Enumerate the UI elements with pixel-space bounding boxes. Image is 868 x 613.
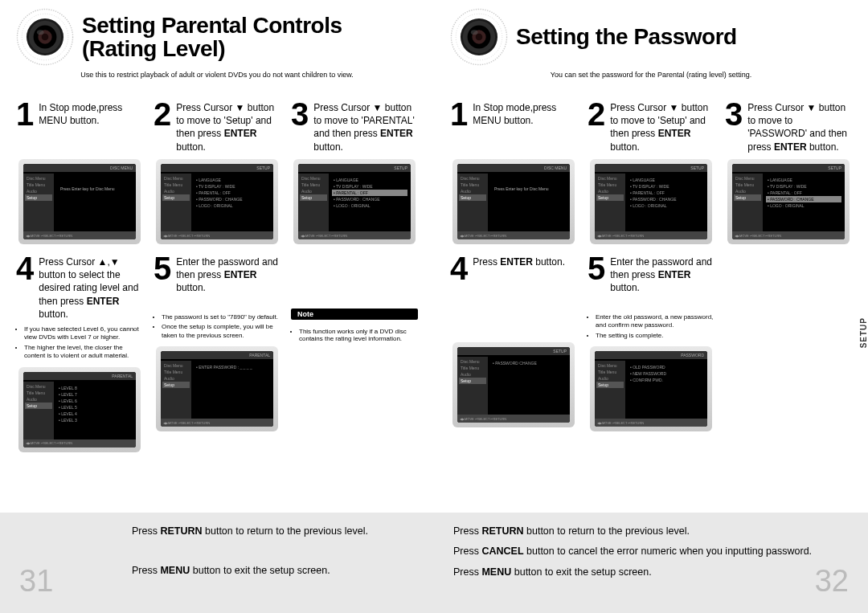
step-number: 4: [450, 252, 468, 284]
step-text: Press Cursor ▼ button to move to 'Setup'…: [176, 98, 280, 153]
step-number: 1: [450, 98, 468, 130]
step-text: In Stop mode,press MENU button.: [473, 98, 577, 127]
tv-screen: DISC MENUDisc MenuTitle MenuAudioSetupPr…: [452, 159, 575, 244]
step-2-right: 2 Press Cursor ▼ button to move to 'Setu…: [588, 98, 714, 244]
step-number: 4: [16, 252, 34, 284]
page-left: Setting Parental Controls (Rating Level)…: [0, 0, 434, 452]
side-tab: SETUP: [859, 317, 868, 348]
page-title-right: Setting the Password: [516, 25, 737, 48]
step-5-right: 5 Enter the password and then press ENTE…: [588, 252, 714, 431]
step-1-right: 1 In Stop mode,press MENU button. DISC M…: [450, 98, 577, 244]
step-number: 2: [588, 98, 605, 130]
tv-screen: SETUPDisc MenuTitle MenuAudioSetup• LANG…: [590, 159, 712, 244]
speaker-icon: [450, 8, 508, 66]
footer-menu: Press MENU button to exit the setup scre…: [132, 563, 415, 578]
subtitle-right: You can set the password for the Parenta…: [450, 71, 852, 79]
step-4-left: 4 Press Cursor ▲,▼ button to select the …: [16, 252, 143, 452]
step-notes: If you have selected Level 6, you cannot…: [16, 325, 143, 362]
footer-return: Press RETURN button to return to the pre…: [132, 524, 415, 539]
step-4-right: 4 Press ENTER button. SETUPDisc MenuTitl…: [450, 252, 577, 431]
step-3-left: 3 Press Cursor ▼ button to move to 'PARE…: [291, 98, 418, 244]
tv-screen: SETUPDisc MenuTitle MenuAudioSetup• PASS…: [452, 342, 575, 427]
subtitle-left: Use this to restrict playback of adult o…: [16, 71, 418, 79]
note-block: Note This function works only if a DVD d…: [291, 252, 418, 452]
footer-menu: Press MENU button to exit the setup scre…: [453, 565, 849, 580]
page-title-left: Setting Parental Controls (Rating Level): [82, 14, 418, 61]
footer-return: Press RETURN button to return to the pre…: [453, 524, 849, 539]
step-3-right: 3 Press Cursor ▼ button to move to 'PASS…: [725, 98, 852, 244]
footer-cancel: Press CANCEL button to cancel the error …: [453, 544, 849, 559]
note-label: Note: [291, 309, 418, 320]
step-2-left: 2 Press Cursor ▼ button to move to 'Setu…: [154, 98, 280, 244]
footer-right: Press RETURN button to return to the pre…: [434, 513, 868, 613]
step-number: 5: [588, 252, 605, 284]
tv-screen: PARENTALDisc MenuTitle MenuAudioSetup• E…: [156, 346, 278, 431]
step-text: Press Cursor ▼ button to move to 'PARENT…: [313, 98, 418, 153]
step-text: Press Cursor ▼ button to move to 'Setup'…: [610, 98, 714, 153]
step-text: Enter the password and then press ENTER …: [610, 252, 714, 295]
step-text: Press Cursor ▼ button to move to 'PASSWO…: [747, 98, 852, 153]
step-text: In Stop mode,press MENU button.: [39, 98, 143, 127]
page-right: Setting the Password You can set the pas…: [434, 0, 868, 452]
page-number: 31: [19, 558, 53, 605]
page-number: 32: [815, 558, 849, 605]
step-text: Press ENTER button.: [473, 252, 565, 268]
footer-left: Press RETURN button to return to the pre…: [0, 513, 434, 613]
step-notes: Enter the old password, a new password, …: [588, 313, 714, 341]
tv-screen: PASSWORDDisc MenuTitle MenuAudioSetup• O…: [590, 346, 712, 431]
step-text: Press Cursor ▲,▼ button to select the de…: [39, 252, 143, 321]
step-number: 1: [16, 98, 34, 130]
step-5-left: 5 Enter the password and then press ENTE…: [154, 252, 280, 452]
note-bullets: This function works only if a DVD disc c…: [291, 328, 418, 342]
step-1-left: 1 In Stop mode,press MENU button. DISC M…: [16, 98, 143, 244]
tv-screen: DISC MENUDisc MenuTitle MenuAudioSetupPr…: [18, 159, 141, 244]
step-text: Enter the password and then press ENTER …: [176, 252, 280, 295]
step-number: 5: [154, 252, 171, 284]
footer-band: Press RETURN button to return to the pre…: [0, 513, 868, 613]
step-number: 3: [725, 98, 743, 130]
step-number: 2: [154, 98, 171, 130]
tv-screen: PARENTALDisc MenuTitle MenuAudioSetup• L…: [18, 367, 141, 452]
speaker-icon: [16, 8, 74, 66]
tv-screen: SETUPDisc MenuTitle MenuAudioSetup• LANG…: [156, 159, 278, 244]
step-notes: The password is set to "7890" by default…: [154, 313, 280, 341]
tv-screen: SETUPDisc MenuTitle MenuAudioSetup• LANG…: [293, 159, 416, 244]
tv-screen: SETUPDisc MenuTitle MenuAudioSetup• LANG…: [727, 159, 850, 244]
step-number: 3: [291, 98, 309, 130]
